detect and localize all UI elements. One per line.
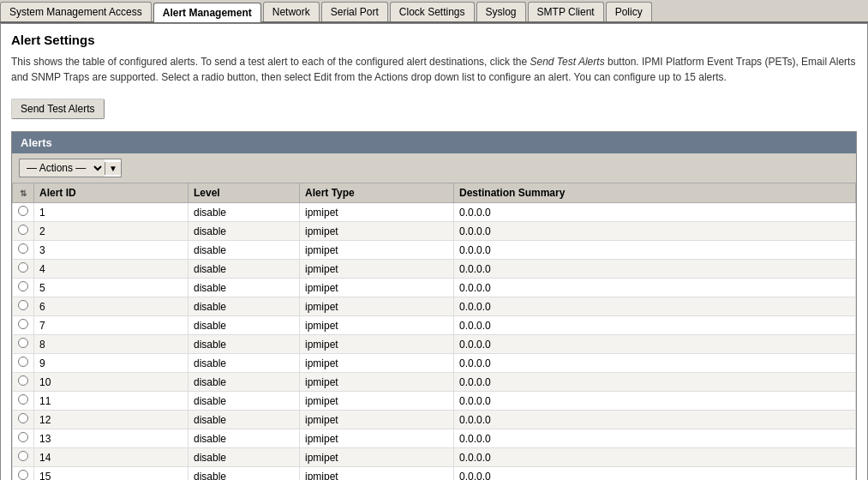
row-radio-input[interactable] xyxy=(18,319,28,329)
row-radio-cell xyxy=(13,222,34,241)
row-alert-id: 8 xyxy=(34,335,189,354)
row-dest-summary: 0.0.0.0 xyxy=(454,203,856,222)
tab-smtp-client[interactable]: SMTP Client xyxy=(528,2,604,21)
row-radio-input[interactable] xyxy=(18,413,28,423)
row-alert-type: ipmipet xyxy=(300,335,454,354)
tab-policy[interactable]: Policy xyxy=(606,2,652,21)
row-radio-input[interactable] xyxy=(18,206,28,216)
tab-bar: System Management AccessAlert Management… xyxy=(0,0,868,23)
row-radio-input[interactable] xyxy=(18,357,28,367)
tab-syslog[interactable]: Syslog xyxy=(476,2,526,21)
row-level: disable xyxy=(189,297,300,316)
row-alert-type: ipmipet xyxy=(300,354,454,373)
actions-dropdown-wrapper[interactable]: — Actions — Edit ▼ xyxy=(19,159,122,177)
row-radio-input[interactable] xyxy=(18,451,28,461)
table-row: 2disableipmipet0.0.0.0 xyxy=(13,222,856,241)
row-radio-input[interactable] xyxy=(18,262,28,273)
row-radio-cell xyxy=(13,203,34,222)
col-header-level: Level xyxy=(189,183,300,203)
table-row: 8disableipmipet0.0.0.0 xyxy=(13,335,856,354)
row-alert-type: ipmipet xyxy=(300,467,454,481)
row-alert-id: 7 xyxy=(34,316,189,335)
row-level: disable xyxy=(189,203,300,222)
row-radio-input[interactable] xyxy=(18,470,28,480)
desc-part1: This shows the table of configured alert… xyxy=(11,56,530,68)
row-radio-input[interactable] xyxy=(18,225,28,235)
row-radio-input[interactable] xyxy=(18,338,28,348)
tab-system-mgmt[interactable]: System Management Access xyxy=(0,2,152,21)
row-alert-id: 3 xyxy=(34,241,189,260)
row-level: disable xyxy=(189,411,300,429)
table-row: 12disableipmipet0.0.0.0 xyxy=(13,411,856,429)
row-radio-input[interactable] xyxy=(18,432,28,442)
row-dest-summary: 0.0.0.0 xyxy=(454,373,856,392)
send-test-alerts-button[interactable]: Send Test Alerts xyxy=(11,99,105,119)
description: This shows the table of configured alert… xyxy=(11,54,857,85)
row-alert-type: ipmipet xyxy=(300,392,454,411)
row-level: disable xyxy=(189,222,300,241)
row-alert-id: 5 xyxy=(34,279,189,297)
row-radio-cell xyxy=(13,392,34,411)
row-radio-cell xyxy=(13,448,34,467)
table-row: 10disableipmipet0.0.0.0 xyxy=(13,373,856,392)
table-row: 9disableipmipet0.0.0.0 xyxy=(13,354,856,373)
tab-clock-settings[interactable]: Clock Settings xyxy=(390,2,475,21)
table-row: 11disableipmipet0.0.0.0 xyxy=(13,392,856,411)
row-alert-type: ipmipet xyxy=(300,203,454,222)
row-level: disable xyxy=(189,429,300,448)
row-level: disable xyxy=(189,448,300,467)
row-alert-type: ipmipet xyxy=(300,448,454,467)
row-dest-summary: 0.0.0.0 xyxy=(454,429,856,448)
row-radio-cell xyxy=(13,297,34,316)
row-radio-input[interactable] xyxy=(18,394,28,405)
table-row: 1disableipmipet0.0.0.0 xyxy=(13,203,856,222)
table-row: 15disableipmipet0.0.0.0 xyxy=(13,467,856,481)
row-level: disable xyxy=(189,260,300,279)
table-row: 4disableipmipet0.0.0.0 xyxy=(13,260,856,279)
tab-serial-port[interactable]: Serial Port xyxy=(321,2,388,21)
row-alert-type: ipmipet xyxy=(300,222,454,241)
row-alert-type: ipmipet xyxy=(300,297,454,316)
row-radio-input[interactable] xyxy=(18,375,28,386)
row-level: disable xyxy=(189,467,300,481)
row-level: disable xyxy=(189,373,300,392)
row-alert-id: 13 xyxy=(34,429,189,448)
row-alert-id: 12 xyxy=(34,411,189,429)
table-row: 6disableipmipet0.0.0.0 xyxy=(13,297,856,316)
row-alert-id: 9 xyxy=(34,354,189,373)
row-dest-summary: 0.0.0.0 xyxy=(454,241,856,260)
tab-alert-mgmt[interactable]: Alert Management xyxy=(153,3,261,22)
row-alert-id: 2 xyxy=(34,222,189,241)
row-radio-cell xyxy=(13,335,34,354)
row-level: disable xyxy=(189,241,300,260)
alerts-table: ⇅ Alert ID Level Alert Type Destination … xyxy=(12,183,856,480)
row-level: disable xyxy=(189,354,300,373)
row-dest-summary: 0.0.0.0 xyxy=(454,448,856,467)
row-level: disable xyxy=(189,279,300,297)
row-alert-id: 6 xyxy=(34,297,189,316)
row-radio-input[interactable] xyxy=(18,300,28,310)
alerts-header: Alerts xyxy=(12,132,856,153)
page-title: Alert Settings xyxy=(11,33,857,47)
row-alert-id: 10 xyxy=(34,373,189,392)
alerts-toolbar: — Actions — Edit ▼ xyxy=(12,153,856,183)
row-dest-summary: 0.0.0.0 xyxy=(454,260,856,279)
row-radio-cell xyxy=(13,373,34,392)
row-alert-type: ipmipet xyxy=(300,411,454,429)
row-dest-summary: 0.0.0.0 xyxy=(454,411,856,429)
row-alert-id: 1 xyxy=(34,203,189,222)
row-radio-input[interactable] xyxy=(18,281,28,291)
row-alert-type: ipmipet xyxy=(300,316,454,335)
desc-italic: Send Test Alerts xyxy=(530,56,604,68)
tab-network[interactable]: Network xyxy=(263,2,320,21)
actions-dropdown-arrow[interactable]: ▼ xyxy=(105,162,121,175)
row-radio-cell xyxy=(13,316,34,335)
row-dest-summary: 0.0.0.0 xyxy=(454,222,856,241)
alerts-section: Alerts — Actions — Edit ▼ ⇅ Alert ID Lev… xyxy=(11,131,857,480)
row-radio-input[interactable] xyxy=(18,243,28,254)
table-row: 14disableipmipet0.0.0.0 xyxy=(13,448,856,467)
row-dest-summary: 0.0.0.0 xyxy=(454,316,856,335)
actions-select[interactable]: — Actions — Edit xyxy=(20,159,105,177)
row-alert-id: 15 xyxy=(34,467,189,481)
row-alert-id: 4 xyxy=(34,260,189,279)
